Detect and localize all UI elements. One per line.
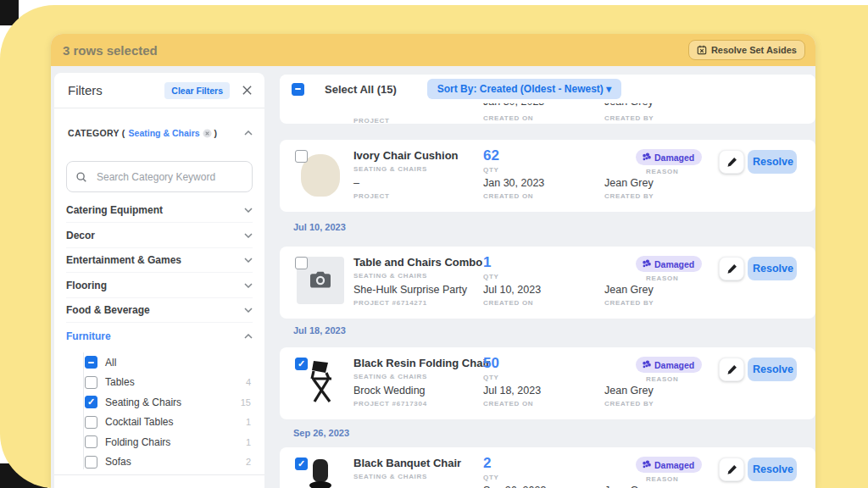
parent-label: Decor [66, 230, 95, 241]
parent-label: Flooring [66, 280, 107, 291]
filters-header: Filters Clear Filters [54, 73, 264, 108]
resolve-button[interactable]: Resolve [748, 257, 797, 280]
group-date-header: Jul 18, 2023 [293, 325, 346, 336]
item-title: Black Banquet Chair [353, 457, 461, 469]
created-by-label: CREATED BY [604, 299, 654, 307]
project-value: She-Hulk Surprise Party [353, 284, 467, 296]
rows-selected-text: 3 rows selected [63, 43, 158, 58]
sidebar-item-food-beverage[interactable]: Food & Beverage [66, 298, 253, 323]
edit-button[interactable] [719, 358, 744, 381]
created-by-label: CREATED BY [604, 114, 654, 122]
damaged-icon [642, 152, 651, 162]
filters-title: Filters [68, 83, 103, 97]
created-by-label: CREATED BY [604, 192, 654, 200]
checkbox[interactable] [85, 396, 97, 408]
resolve-set-asides-label: Resolve Set Asides [711, 45, 797, 55]
pencil-icon [726, 364, 737, 375]
child-label: Seating & Chairs [105, 396, 181, 408]
created-on-label: CREATED ON [483, 299, 533, 307]
item-title: Black Resin Folding Chair [353, 357, 490, 369]
pencil-icon [726, 263, 737, 274]
checkbox[interactable] [85, 456, 97, 469]
reason-value: Damaged [654, 152, 694, 163]
project-label: PROJECT #6714271 [353, 299, 427, 307]
sidebar-item-cocktail-tables[interactable]: Cocktail Tables 1 [85, 413, 251, 433]
child-count: 1 [246, 417, 251, 427]
resolve-button[interactable]: Resolve [748, 150, 797, 174]
category-suffix: ) [214, 128, 218, 138]
toolbar-strip: Select All (15) Sort By: Created (Oldest… [280, 75, 815, 103]
reason-value: Damaged [654, 259, 694, 269]
sort-by-button[interactable]: Sort By: Created (Oldest - Newest) ▾ [427, 79, 621, 99]
checkbox[interactable] [85, 356, 97, 369]
sidebar-item-decor[interactable]: Decor [66, 224, 253, 248]
created-on-label: CREATED ON [483, 400, 533, 408]
sidebar-item-folding-chairs[interactable]: Folding Chairs 1 [85, 432, 251, 452]
select-all-checkbox[interactable] [292, 83, 304, 96]
item-category: SEATING & CHAIRS [353, 473, 427, 480]
table-row: Black Resin Folding Chair SEATING & CHAI… [280, 347, 815, 419]
table-row: Black Banquet Chair SEATING & CHAIRS — P… [280, 447, 815, 488]
checkbox[interactable] [85, 376, 97, 389]
item-category: SEATING & CHAIRS [353, 373, 427, 380]
sidebar-item-tables[interactable]: Tables 4 [85, 373, 251, 393]
edit-button[interactable] [719, 257, 744, 280]
chevron-down-icon [244, 258, 253, 263]
row-checkbox[interactable] [295, 150, 308, 163]
close-filters-button[interactable] [240, 83, 254, 97]
qty-label: QTY [483, 166, 499, 174]
checkbox[interactable] [85, 435, 97, 448]
sidebar-item-all[interactable]: All [85, 352, 251, 373]
created-by-value: Jean Grey [604, 284, 654, 296]
row-checkbox[interactable] [295, 358, 308, 370]
child-label: All [105, 357, 116, 369]
chevron-down-icon [244, 233, 253, 238]
qty-value: 50 [483, 355, 499, 372]
damaged-icon [642, 460, 651, 469]
child-label: Cocktail Tables [105, 416, 173, 428]
category-section-header[interactable]: CATEGORY ( Seating & Chairs ) [54, 120, 264, 146]
sidebar-item-catering-equipment[interactable]: Catering Equipment [66, 198, 253, 223]
resolve-set-asides-button[interactable]: Resolve Set Asides [688, 40, 805, 60]
row-checkbox[interactable] [295, 458, 308, 470]
reason-value: Damaged [654, 360, 694, 370]
created-on-value: Jul 10, 2023 [483, 284, 541, 296]
damaged-badge: Damaged [636, 149, 702, 165]
banquet-chair-image [303, 458, 337, 488]
row-checkbox[interactable] [295, 257, 308, 269]
edit-button[interactable] [719, 458, 744, 481]
project-value: — [353, 485, 364, 488]
search-input[interactable] [95, 170, 243, 184]
edit-button[interactable] [719, 150, 744, 174]
created-on-label: CREATED ON [483, 192, 533, 200]
reason-value: Damaged [654, 460, 694, 470]
pencil-icon [726, 464, 737, 475]
resolve-button[interactable]: Resolve [748, 358, 797, 381]
indent-guide [83, 352, 84, 469]
damaged-icon [642, 360, 651, 369]
child-count: 4 [246, 377, 251, 387]
sidebar-item-entertainment-games[interactable]: Entertainment & Games [66, 248, 253, 273]
qty-value: 62 [483, 147, 499, 164]
sidebar-item-flooring[interactable]: Flooring [66, 274, 253, 298]
list-toolbar-card: PROJECT Jan 30, 2023 CREATED ON Jean Gre… [280, 75, 815, 124]
sidebar-item-furniture[interactable]: Furniture [66, 324, 253, 348]
created-by-value: Jean Grey [604, 177, 654, 189]
clear-filters-button[interactable]: Clear Filters [164, 82, 230, 99]
created-by-value: Jean Grey [604, 485, 654, 488]
reason-label: REASON [646, 475, 678, 483]
child-count: 1 [246, 437, 251, 447]
table-row: Table and Chairs Combo SEATING & CHAIRS … [280, 247, 815, 319]
resolve-button[interactable]: Resolve [748, 458, 797, 481]
checkbox[interactable] [85, 416, 97, 429]
reason-label: REASON [646, 168, 678, 175]
created-by-value: Jean Grey [604, 385, 654, 396]
close-icon [242, 85, 253, 96]
qty-label: QTY [483, 474, 499, 481]
folding-chair-image [303, 359, 338, 403]
sidebar-item-seating-chairs[interactable]: Seating & Chairs 15 [85, 392, 251, 413]
sidebar-item-sofas[interactable]: Sofas 2 [85, 452, 251, 473]
selection-banner: 3 rows selected Resolve Set Asides [51, 34, 815, 66]
project-label: PROJECT #6717304 [353, 400, 427, 408]
remove-filter-icon[interactable] [203, 129, 212, 138]
